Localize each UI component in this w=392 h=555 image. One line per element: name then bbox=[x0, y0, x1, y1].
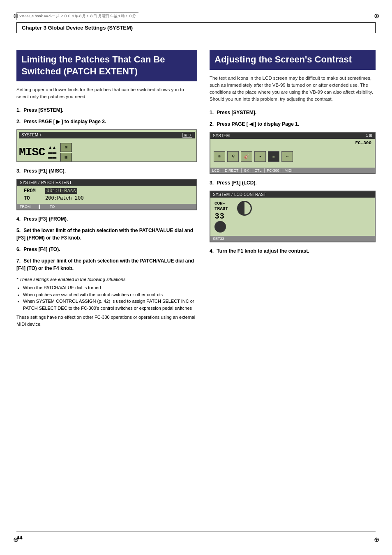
step-6: 6. Press [F4] (TO). bbox=[16, 246, 197, 253]
contrast-label-line1: CON- bbox=[214, 201, 228, 206]
content-columns: Limiting the Patches That Can Be Switche… bbox=[16, 50, 376, 327]
lcd-misc-title-bar: SYSTEM / ⊞ 3 bbox=[19, 132, 195, 138]
misc-icon-2: ▦ bbox=[60, 153, 72, 162]
misc-icon-group: ⊞ ▦ bbox=[60, 143, 72, 162]
sys-icon-ctl: ● bbox=[254, 151, 266, 162]
sys-icon-midi: ↔ bbox=[281, 151, 293, 162]
lcd-patch-extent-screen: SYSTEM / PATCH EXTENT FROM 001:U-Bass TO… bbox=[16, 179, 197, 210]
contrast-value: 33 bbox=[214, 212, 228, 221]
step-note-italic: * These settings are enabled in the foll… bbox=[16, 276, 197, 283]
right-step-3: 3. Press [F1] (LCD). bbox=[210, 179, 376, 187]
lcd-pe-to-row: TO 200:Patch 200 bbox=[24, 196, 190, 201]
step-4: 4. Press [F3] (FROM). bbox=[16, 215, 197, 223]
lcd-pe-footer: FROM ▌ TO bbox=[17, 204, 196, 210]
lcd-system-title-bar: SYSTEM 1 ⊞ bbox=[210, 133, 375, 139]
right-step-4: 4. Turn the F1 knob to adjust the contra… bbox=[210, 247, 376, 255]
reg-mark-tr: ⊕ bbox=[372, 12, 380, 20]
book-metadata: VB-99_e.book 44ページ ２００８年８月１８日 月曜日 午後１時１０… bbox=[16, 12, 138, 20]
lcd-pe-from-row: FROM 001:U-Bass bbox=[24, 188, 190, 194]
lcd-contrast-body: CON- TRAST 33 bbox=[210, 198, 375, 236]
chapter-title: Chapter 3 Global Device Settings (SYSTEM… bbox=[22, 25, 133, 31]
misc-icon-stacked: ▲▲ ▬▬ ▬▬ bbox=[48, 145, 56, 160]
page-wrapper: ⊕ ⊕ ⊕ ⊕ VB-99_e.book 44ページ ２００８年８月１８日 月曜… bbox=[0, 0, 392, 555]
reg-mark-tl: ⊕ bbox=[12, 12, 20, 20]
bullet-list: When the PATCH/VALUE dial is turned When… bbox=[23, 284, 197, 311]
step-5: 5. Set the lower limit of the patch sele… bbox=[16, 227, 197, 242]
sys-icon-gk: 🎸 bbox=[241, 151, 252, 162]
lcd-system-footer: LCD DIRECT GK CTL FC-300 MIDI bbox=[210, 168, 375, 173]
right-section-title: Adjusting the Screen's Contrast bbox=[210, 50, 376, 70]
page-footer: 44 bbox=[16, 532, 376, 541]
step-1: 1. Press [SYSTEM]. bbox=[16, 106, 197, 114]
system-icon-grid: ⊞ ⚲ 🎸 ● ▦ ↔ bbox=[214, 151, 294, 162]
left-column: Limiting the Patches That Can Be Switche… bbox=[16, 50, 197, 327]
bullet-item-1: When the PATCH/VALUE dial is turned bbox=[23, 284, 197, 291]
bullet-item-2: When patches are switched with the contr… bbox=[23, 291, 197, 298]
chapter-header: Chapter 3 Global Device Settings (SYSTEM… bbox=[16, 22, 376, 33]
lcd-misc-body: MISC ▲▲ ▬▬ ▬▬ ⊞ ▦ bbox=[19, 138, 195, 162]
fc300-label: FC-300 bbox=[355, 140, 371, 145]
extra-note: These settings have no effect on other F… bbox=[16, 314, 197, 327]
step-3: 3. Press [F1] (MISC). bbox=[16, 167, 197, 175]
lcd-contrast-title-bar: SYSTEM / LCD CONTRAST bbox=[210, 191, 375, 198]
right-column: Adjusting the Screen's Contrast The text… bbox=[210, 50, 376, 327]
bullet-item-3: When SYSTEM CONTROL ASSIGN (p. 42) is us… bbox=[23, 298, 197, 311]
sys-icon-fc300: ▦ bbox=[268, 151, 279, 162]
contrast-circle-icon bbox=[214, 221, 226, 233]
page-number: 44 bbox=[16, 534, 22, 541]
misc-big-text: MISC bbox=[19, 146, 45, 159]
left-intro: Setting upper and lower limits for the p… bbox=[16, 86, 197, 101]
lcd-contrast-footer: SET33 bbox=[210, 236, 375, 242]
lcd-pe-title-bar: SYSTEM / PATCH EXTENT bbox=[17, 180, 196, 186]
right-step-2: 2. Press PAGE [ ◀ ] to display Page 1. bbox=[210, 120, 376, 128]
right-intro: The text and icons in the LCD screen may… bbox=[210, 75, 376, 103]
lcd-system-screen: SYSTEM 1 ⊞ FC-300 ⊞ ⚲ 🎸 ● ▦ ↔ bbox=[210, 132, 376, 174]
lcd-system-body: FC-300 ⊞ ⚲ 🎸 ● ▦ ↔ bbox=[210, 139, 375, 168]
left-section-title: Limiting the Patches That Can Be Switche… bbox=[16, 50, 197, 81]
step-7: 7. Set the upper limit of the patch sele… bbox=[16, 257, 197, 272]
lcd-pe-body: FROM 001:U-Bass TO 200:Patch 200 bbox=[17, 186, 196, 204]
contrast-label-line2: TRAST bbox=[214, 206, 228, 212]
right-step-1: 1. Press [SYSTEM]. bbox=[210, 109, 376, 116]
lcd-pe-from-value: 001:U-Bass bbox=[45, 188, 77, 194]
lcd-misc-screen: SYSTEM / ⊞ 3 MISC ▲▲ ▬▬ ▬▬ ⊞ ▦ bbox=[16, 129, 197, 162]
contrast-text-group: CON- TRAST 33 bbox=[214, 201, 228, 233]
lcd-contrast-screen: SYSTEM / LCD CONTRAST CON- TRAST 33 bbox=[210, 191, 376, 242]
sys-icon-direct: ⚲ bbox=[227, 151, 239, 162]
misc-icon-1: ⊞ bbox=[60, 143, 72, 152]
step-2: 2. Press PAGE [ ▶ ] to display Page 3. bbox=[16, 118, 197, 125]
contrast-half-circle bbox=[237, 201, 252, 216]
sys-icon-contrast: ⊞ bbox=[214, 151, 225, 162]
